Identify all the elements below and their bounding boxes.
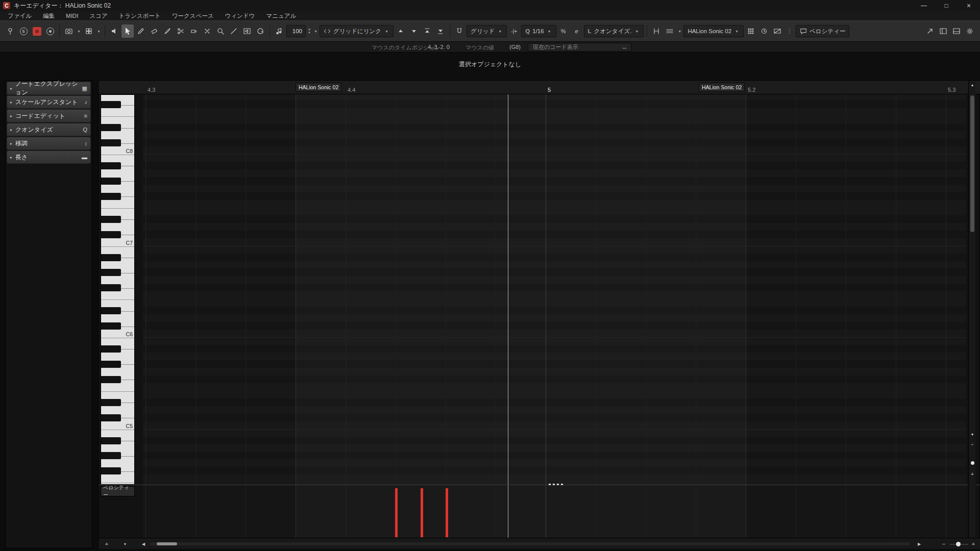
scroll-down-button[interactable]: ▼ (969, 433, 976, 436)
line-tool[interactable] (228, 24, 240, 38)
sidebar-item-4[interactable]: ▸移調↕ (7, 137, 91, 150)
record-in-editor-button[interactable] (31, 24, 43, 38)
velocity-stepper[interactable]: ▲▼ (307, 28, 312, 35)
erase-tool[interactable] (148, 24, 160, 38)
show-part-borders-button[interactable] (650, 24, 663, 38)
show-lower-zone-button[interactable] (950, 24, 963, 38)
velocity-caret-button[interactable]: ▾ (313, 24, 318, 38)
open-in-separate-window-button[interactable] (924, 24, 936, 38)
velocity-bar[interactable] (421, 488, 423, 537)
split-tool[interactable] (175, 24, 187, 38)
object-selection-tool[interactable] (121, 24, 134, 38)
v-zoom-in-button[interactable]: + (969, 471, 976, 477)
menu-item-6[interactable]: ウィンドウ (219, 11, 261, 20)
swing-quantize-button[interactable]: % (557, 24, 570, 38)
piano-key-black[interactable] (101, 437, 121, 444)
toolbar-overflow-icon[interactable]: ⋮ (785, 28, 795, 35)
menu-item-3[interactable]: スコア (84, 11, 113, 20)
midi-input-feedback-button[interactable] (44, 24, 56, 38)
maximize-icon[interactable]: □ (935, 0, 958, 11)
note-grid[interactable] (143, 94, 966, 485)
piano-key-black[interactable] (101, 307, 121, 314)
mute-tool[interactable] (201, 24, 213, 38)
h-zoom-handle[interactable] (956, 542, 961, 546)
show-overlaps-button[interactable] (771, 24, 783, 38)
piano-key-black[interactable] (101, 361, 121, 368)
piano-key-black[interactable] (101, 178, 121, 185)
glue-tool[interactable] (188, 24, 200, 38)
velocity-lane[interactable] (143, 485, 966, 538)
audition-button[interactable] (108, 24, 120, 38)
piano-key-black[interactable] (101, 139, 121, 146)
menu-item-7[interactable]: マニュアル (261, 11, 302, 20)
piano-key-black[interactable] (101, 345, 121, 353)
piano-key-black[interactable] (101, 101, 121, 108)
trim-tool[interactable] (161, 24, 174, 38)
h-scrollbar[interactable]: + ▼ ◀ ▶ − + (99, 538, 980, 549)
current-chord-display[interactable]: 現在のコード表示 -- (528, 43, 631, 52)
transpose-down-button[interactable] (408, 24, 420, 38)
menu-item-2[interactable]: MIDI (60, 11, 84, 20)
sidebar-item-5[interactable]: ▸長さ▬ (7, 151, 91, 164)
piano-key-black[interactable] (101, 162, 121, 169)
piano-key-black[interactable] (101, 269, 121, 276)
show-note-grid-button[interactable] (745, 24, 757, 38)
zoom-preset-menu-button[interactable]: ▼ (121, 540, 129, 548)
transpose-up-button[interactable] (395, 24, 407, 38)
grid-type-combo[interactable]: グリッド ▾ (467, 25, 507, 37)
piano-keyboard[interactable]: C8C7C6C5 (101, 94, 135, 485)
piano-key-black[interactable] (101, 216, 121, 223)
sidebar-item-1[interactable]: ▸スケールアシスタント♪ (7, 95, 91, 109)
event-color-button[interactable] (83, 24, 95, 38)
h-scrollbar-thumb[interactable] (157, 542, 177, 545)
iterative-quantize-button[interactable]: e (571, 24, 583, 38)
ruler-part-marker[interactable]: HALion Sonic 02 (699, 83, 745, 92)
v-zoom-out-button[interactable]: − (969, 442, 976, 447)
piano-key-black[interactable] (101, 124, 121, 131)
menu-item-5[interactable]: ワークスペース (166, 11, 219, 20)
h-scrollbar-track[interactable] (150, 542, 910, 545)
part-layers-caret-button[interactable]: ▾ (677, 24, 682, 38)
menu-item-1[interactable]: 編集 (37, 11, 60, 20)
minimize-icon[interactable]: — (913, 0, 935, 11)
piano-key-black[interactable] (101, 231, 121, 238)
transpose-octave-down-button[interactable] (434, 24, 447, 38)
h-zoom-in-button[interactable]: + (969, 540, 977, 548)
editor-content-button[interactable] (63, 24, 75, 38)
note-velocity-button[interactable] (273, 24, 285, 38)
h-zoom-out-button[interactable]: − (940, 540, 948, 548)
insert-velocity-value[interactable]: 100 (286, 25, 306, 37)
solo-editor-button[interactable]: S (17, 24, 30, 38)
piano-key-black[interactable] (101, 193, 121, 200)
autoscroll-button[interactable] (254, 24, 266, 38)
menu-item-4[interactable]: トランスポート (113, 11, 166, 20)
keep-window-on-top-button[interactable] (4, 24, 16, 38)
show-left-zone-button[interactable] (937, 24, 949, 38)
edit-active-part-button[interactable] (664, 24, 676, 38)
piano-key-black[interactable] (101, 376, 121, 383)
transpose-octave-up-button[interactable] (421, 24, 433, 38)
part-selector-combo[interactable]: HALion Sonic 02 ▾ (683, 25, 744, 37)
close-icon[interactable]: × (958, 0, 980, 11)
velocity-bar[interactable] (395, 488, 398, 537)
ruler-part-marker[interactable]: HALion Sonic 02 (296, 83, 341, 92)
piano-key-black[interactable] (101, 467, 121, 474)
timeline-ruler[interactable]: 4.34.455.25.3HALion Sonic 02HALion Sonic… (99, 81, 980, 94)
sidebar-item-3[interactable]: ▸クオンタイズQ (7, 123, 91, 136)
independent-track-loop-button[interactable] (758, 24, 770, 38)
v-scrollbar-thumb[interactable] (970, 95, 974, 232)
piano-key-black[interactable] (101, 414, 121, 421)
event-colors-combo[interactable]: ベロシティー (796, 25, 849, 37)
draw-tool[interactable] (135, 24, 147, 38)
editor-content-caret-button[interactable]: ▾ (76, 24, 82, 38)
snap-toggle-button[interactable] (453, 24, 465, 38)
length-grid-link-combo[interactable]: グリッドにリンク ▾ (320, 25, 394, 37)
quantize-preset-combo[interactable]: Q 1/16 ▾ (521, 25, 556, 37)
velocity-bar[interactable] (446, 488, 448, 537)
menu-item-0[interactable]: ファイル (2, 11, 37, 20)
length-quantize-combo[interactable]: L クオンタイズ. ▾ (584, 25, 644, 37)
scroll-left-button[interactable]: ◀ (139, 540, 148, 548)
v-scrollbar[interactable]: ▲ ▼ − + (968, 81, 975, 538)
piano-key-black[interactable] (101, 284, 121, 291)
piano-key-black[interactable] (101, 452, 121, 459)
